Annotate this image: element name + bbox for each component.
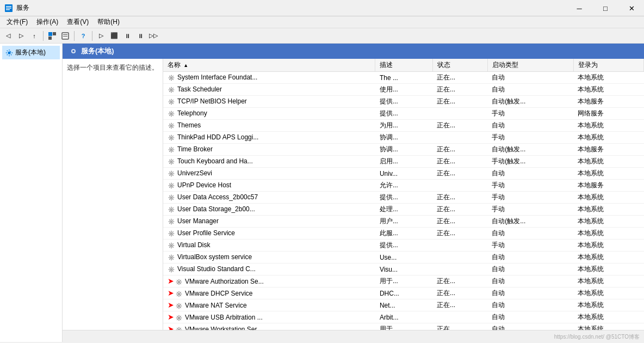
table-row[interactable]: Time Broker协调...正在...自动(触发...本地服务 bbox=[163, 144, 644, 156]
table-row[interactable]: Visual Studio Standard C...Visu...自动本地系统 bbox=[163, 264, 644, 275]
table-row[interactable]: Task Scheduler使用...正在...自动本地系统 bbox=[163, 84, 644, 96]
stop-service-button[interactable]: ⬛ bbox=[108, 30, 120, 42]
service-status-cell bbox=[432, 132, 487, 144]
svg-point-18 bbox=[170, 136, 172, 139]
back-button[interactable]: ◁ bbox=[2, 30, 14, 42]
service-login-cell: 本地系统 bbox=[573, 299, 644, 311]
service-name-cell: ThinkPad HDD APS Loggi... bbox=[163, 132, 375, 144]
service-login-cell: 本地系统 bbox=[573, 275, 644, 287]
service-login-cell: 本地系统 bbox=[573, 252, 644, 264]
table-row[interactable]: User Profile Service此服...正在...自动本地系统 bbox=[163, 228, 644, 240]
svg-rect-8 bbox=[63, 34, 67, 35]
table-row[interactable]: User Data Access_2b00c57提供...正在...手动本地系统 bbox=[163, 192, 644, 204]
col-startup[interactable]: 启动类型 bbox=[487, 59, 573, 72]
title-bar: 服务 ─ □ ✕ bbox=[0, 0, 644, 16]
show-hide-button[interactable] bbox=[46, 30, 58, 42]
properties-button[interactable] bbox=[59, 30, 71, 42]
content-area: 服务(本地) 选择一个项目来查看它的描述。 名称 ▲ 描述 bbox=[63, 44, 644, 342]
service-name-cell: ➤ VMware Workstation Ser... bbox=[163, 323, 375, 330]
table-row[interactable]: User Manager用户...正在...自动(触发...本地系统 bbox=[163, 216, 644, 228]
pause-service-button[interactable]: ⏸ bbox=[121, 30, 133, 42]
service-icon bbox=[168, 194, 175, 201]
service-startup-cell: 手动 bbox=[487, 132, 573, 144]
service-status-cell bbox=[432, 240, 487, 252]
service-icon bbox=[175, 314, 183, 322]
service-login-cell: 本地服务 bbox=[573, 180, 644, 192]
service-desc-cell: 使用... bbox=[375, 84, 432, 96]
start-service-button[interactable]: ▷ bbox=[95, 30, 107, 42]
resume-service-button[interactable]: ⏸ bbox=[134, 30, 146, 42]
services-panel[interactable]: 名称 ▲ 描述 状态 启动类型 登录为 System Interface Fou… bbox=[163, 59, 644, 330]
table-row[interactable]: ThinkPad HDD APS Loggi...协调...手动本地系统 bbox=[163, 132, 644, 144]
service-icon bbox=[175, 302, 183, 310]
service-name-cell: System Interface Foundat... bbox=[163, 72, 375, 84]
close-button[interactable]: ✕ bbox=[619, 0, 644, 16]
service-icon bbox=[168, 74, 175, 82]
service-desc-cell: 提供... bbox=[375, 108, 432, 120]
table-row[interactable]: TCP/IP NetBIOS Helper提供...正在...自动(触发...本… bbox=[163, 96, 644, 108]
col-desc[interactable]: 描述 bbox=[375, 59, 432, 72]
service-login-cell: 本地系统 bbox=[573, 84, 644, 96]
service-status-cell: 正在... bbox=[432, 228, 487, 240]
table-row[interactable]: User Data Storage_2b00...处理...正在...手动本地系… bbox=[163, 204, 644, 216]
menu-action[interactable]: 操作(A) bbox=[32, 16, 63, 28]
restart-service-button[interactable]: ▷▷ bbox=[147, 30, 159, 42]
service-name-cell: Task Scheduler bbox=[163, 84, 375, 96]
table-row[interactable]: ➤ VMware DHCP ServiceDHC...正在...自动本地系统 bbox=[163, 287, 644, 299]
forward-button[interactable]: ▷ bbox=[15, 30, 27, 42]
service-login-cell: 本地服务 bbox=[573, 96, 644, 108]
table-row[interactable]: ➤ VMware Workstation Ser...用于...正在...自动本… bbox=[163, 323, 644, 330]
service-startup-cell: 手动(触发... bbox=[487, 156, 573, 168]
svg-point-29 bbox=[170, 268, 172, 271]
table-row[interactable]: Virtual Disk提供...手动本地系统 bbox=[163, 240, 644, 252]
service-desc-cell: 处理... bbox=[375, 204, 432, 216]
svg-point-19 bbox=[170, 148, 172, 151]
menu-file[interactable]: 文件(F) bbox=[2, 16, 32, 28]
svg-point-28 bbox=[170, 256, 172, 259]
service-desc-cell: 用于... bbox=[375, 275, 432, 287]
menu-view[interactable]: 查看(V) bbox=[63, 16, 93, 28]
service-status-cell: 正在... bbox=[432, 192, 487, 204]
svg-rect-5 bbox=[53, 32, 56, 35]
up-button[interactable]: ↑ bbox=[28, 30, 40, 42]
service-desc-cell: 用户... bbox=[375, 216, 432, 228]
service-name-cell: Touch Keyboard and Ha... bbox=[163, 156, 375, 168]
col-status[interactable]: 状态 bbox=[432, 59, 487, 72]
help-button[interactable]: ? bbox=[77, 30, 89, 42]
sidebar-item-local-services[interactable]: 服务(本地) bbox=[2, 46, 60, 59]
table-row[interactable]: Telephony提供...手动网络服务 bbox=[163, 108, 644, 120]
table-row[interactable]: UPnP Device Host允许...手动本地服务 bbox=[163, 180, 644, 192]
svg-point-12 bbox=[72, 50, 75, 52]
service-name-cell: ➤ VMware NAT Service bbox=[163, 299, 375, 311]
table-row[interactable]: ➤ VMware NAT ServiceNet...正在...自动本地系统 bbox=[163, 299, 644, 311]
table-row[interactable]: System Interface Foundat...The ...正在...自… bbox=[163, 72, 644, 84]
table-row[interactable]: Themes为用...正在...自动本地系统 bbox=[163, 120, 644, 132]
service-login-cell: 网络服务 bbox=[573, 108, 644, 120]
service-startup-cell: 自动 bbox=[487, 228, 573, 240]
service-startup-cell: 手动 bbox=[487, 204, 573, 216]
service-icon bbox=[168, 134, 175, 142]
service-startup-cell: 自动 bbox=[487, 72, 573, 84]
app-icon bbox=[4, 4, 13, 13]
col-name[interactable]: 名称 ▲ bbox=[163, 59, 375, 72]
svg-point-30 bbox=[177, 280, 180, 283]
col-login[interactable]: 登录为 bbox=[573, 59, 644, 72]
svg-rect-4 bbox=[48, 32, 52, 36]
service-login-cell: 本地系统 bbox=[573, 311, 644, 323]
window-controls: ─ □ ✕ bbox=[567, 0, 644, 16]
table-row[interactable]: Touch Keyboard and Ha...启用...正在...手动(触发.… bbox=[163, 156, 644, 168]
menu-help[interactable]: 帮助(H) bbox=[93, 16, 124, 28]
main-layout: 服务(本地) 服务(本地) 选择一个项目来查看它的描述。 bbox=[0, 44, 644, 342]
service-icon bbox=[175, 326, 183, 330]
window-title: 服务 bbox=[16, 3, 640, 13]
service-desc-cell: Univ... bbox=[375, 168, 432, 180]
service-status-cell bbox=[432, 311, 487, 323]
minimize-button[interactable]: ─ bbox=[567, 0, 592, 16]
table-row[interactable]: UniverzSeviUniv...正在...自动本地系统 bbox=[163, 168, 644, 180]
table-row[interactable]: ➤ VMware Authorization Se...用于...正在...自动… bbox=[163, 275, 644, 287]
maximize-button[interactable]: □ bbox=[593, 0, 618, 16]
table-row[interactable]: VirtualBox system serviceUse...自动本地系统 bbox=[163, 252, 644, 264]
table-row[interactable]: ➤ VMware USB Arbitration ...Arbit...自动本地… bbox=[163, 311, 644, 323]
svg-point-33 bbox=[177, 316, 180, 319]
service-status-cell: 正在... bbox=[432, 96, 487, 108]
